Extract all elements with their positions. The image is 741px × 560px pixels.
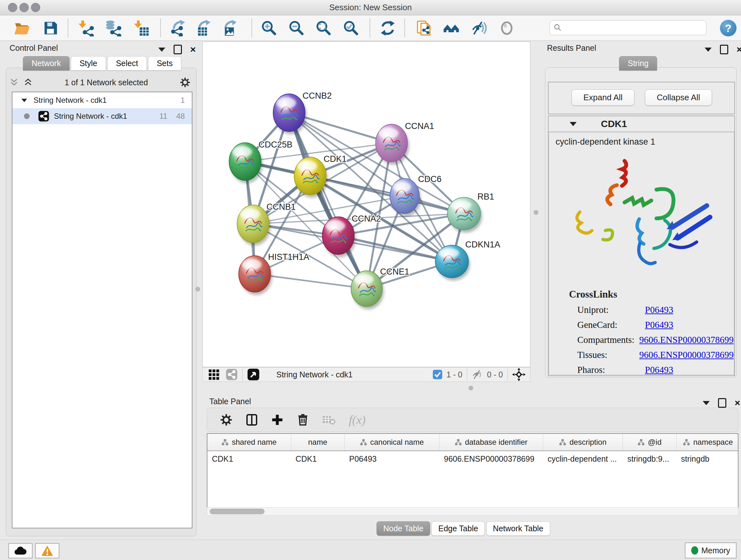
network-graph[interactable]: CCNB2CCNA1CDC25BCDK1CDC6RB1CCNB1CCNA2CDK…: [203, 42, 530, 367]
tab-sets[interactable]: Sets: [148, 56, 181, 71]
tab-select[interactable]: Select: [107, 56, 146, 71]
column-header-namespace[interactable]: namespace: [677, 434, 738, 450]
network-node-rb1[interactable]: RB1: [448, 192, 494, 233]
import-table-file-icon[interactable]: [133, 20, 149, 37]
crosslink-link[interactable]: P06493: [645, 365, 673, 375]
tab-network[interactable]: Network: [23, 56, 70, 71]
table-horizontal-scrollbar[interactable]: [207, 507, 738, 516]
network-view-share-icon[interactable]: [226, 368, 238, 381]
network-node-ccna2[interactable]: CCNA2: [322, 214, 381, 257]
crosslink-link[interactable]: 9606.ENSP00000378699: [639, 334, 734, 345]
table-row[interactable]: CDK1CDK1P064939606.ENSP00000378699cyclin…: [207, 451, 738, 466]
gear-icon[interactable]: [180, 77, 191, 88]
network-node-ccnb2[interactable]: CCNB2: [273, 91, 332, 134]
show-hide-graphics-icon[interactable]: [470, 20, 487, 37]
network-node-cdk1[interactable]: CDK1: [294, 154, 347, 198]
panel-maximize-icon[interactable]: [720, 45, 728, 54]
left-splitter-handle[interactable]: [195, 287, 200, 292]
memory-button[interactable]: Memory: [685, 543, 737, 558]
tab-style[interactable]: Style: [71, 56, 106, 71]
warnings-button[interactable]: [35, 543, 59, 558]
column-header-shared-name[interactable]: shared name: [207, 434, 291, 450]
panel-maximize-icon[interactable]: [174, 45, 182, 54]
scrollbar-thumb[interactable]: [210, 509, 265, 514]
import-network-file-icon[interactable]: [77, 20, 94, 37]
collapse-all-button[interactable]: Collapse All: [645, 89, 712, 106]
crosslink-link[interactable]: P06493: [645, 305, 673, 315]
refresh-icon[interactable]: [380, 20, 396, 37]
network-node-ccnb1[interactable]: CCNB1: [237, 202, 296, 246]
add-column-icon[interactable]: [271, 414, 284, 426]
tab-node-table[interactable]: Node Table: [377, 521, 430, 536]
section-expander-icon[interactable]: [569, 122, 577, 126]
toolbar-separator: [242, 369, 243, 380]
home-icon[interactable]: [443, 20, 460, 37]
panel-close-icon[interactable]: ×: [737, 46, 741, 53]
network-collection-row[interactable]: String Network - cdk1 1: [12, 92, 192, 108]
zoom-in-icon[interactable]: [261, 20, 277, 37]
show-columns-icon[interactable]: [246, 414, 258, 426]
column-header--id[interactable]: @id: [623, 434, 677, 450]
network-row[interactable]: String Network - cdk1 11 48: [12, 108, 192, 124]
table-cell[interactable]: P06493: [345, 454, 440, 463]
panel-float-icon[interactable]: [703, 401, 710, 405]
expand-all-icon[interactable]: [23, 78, 33, 87]
export-network-icon[interactable]: [171, 20, 187, 37]
node-table[interactable]: shared namenamecanonical namedatabase id…: [207, 433, 738, 515]
panel-close-icon[interactable]: ×: [735, 399, 740, 407]
crosslink-link[interactable]: 9606.ENSP00000378699: [639, 350, 734, 360]
open-file-icon[interactable]: [13, 20, 30, 37]
network-edge-count: 48: [176, 112, 185, 121]
network-canvas[interactable]: CCNB2CCNA1CDC25BCDK1CDC6RB1CCNB1CCNA2CDK…: [202, 42, 530, 367]
pan-crosshair-icon[interactable]: [512, 368, 526, 381]
column-header-description[interactable]: description: [543, 434, 623, 450]
tree-expander-icon[interactable]: [21, 99, 27, 102]
bottom-splitter-handle[interactable]: [468, 386, 473, 390]
eye-icon[interactable]: [498, 20, 515, 37]
column-header-database-identifier[interactable]: database identifier: [440, 434, 543, 450]
selected-checkbox-icon[interactable]: [432, 369, 443, 380]
network-node-cdc25b[interactable]: CDC25B: [229, 140, 293, 183]
tab-string[interactable]: String: [619, 56, 657, 71]
gene-section-header[interactable]: CDK1: [549, 116, 734, 132]
hidden-eye-icon[interactable]: [472, 369, 483, 380]
export-image-icon[interactable]: [222, 20, 239, 37]
help-icon[interactable]: ?: [720, 20, 737, 37]
table-cell[interactable]: cyclin-dependent ...: [543, 454, 623, 463]
string-document-icon[interactable]: [416, 20, 433, 37]
table-cell[interactable]: CDK1: [291, 454, 345, 463]
zoom-out-icon[interactable]: [288, 20, 305, 37]
column-header-name[interactable]: name: [291, 434, 345, 450]
cloud-button[interactable]: [8, 543, 32, 558]
collapse-all-icon[interactable]: [9, 78, 19, 87]
expand-all-button[interactable]: Expand All: [571, 89, 634, 106]
export-table-icon[interactable]: [196, 20, 212, 37]
column-header-canonical-name[interactable]: canonical name: [345, 434, 440, 450]
table-gear-icon[interactable]: [220, 414, 232, 426]
delete-column-icon[interactable]: [296, 414, 309, 426]
tab-edge-table[interactable]: Edge Table: [431, 521, 485, 536]
zoom-fit-icon[interactable]: [315, 20, 332, 37]
table-cell[interactable]: stringdb:9...: [623, 454, 677, 463]
network-node-ccne1[interactable]: CCNE1: [351, 267, 409, 309]
network-node-cdkn1a[interactable]: CDKN1A: [435, 240, 500, 281]
right-splitter-handle[interactable]: [534, 210, 538, 215]
tab-network-table[interactable]: Network Table: [486, 521, 550, 536]
table-cell[interactable]: 9606.ENSP00000378699: [440, 454, 543, 463]
network-node-hist1h1a[interactable]: HIST1H1A: [239, 252, 309, 295]
panel-float-icon[interactable]: [158, 48, 165, 52]
panel-maximize-icon[interactable]: [718, 398, 726, 408]
zoom-selected-icon[interactable]: [343, 20, 359, 37]
table-cell[interactable]: CDK1: [207, 454, 291, 463]
save-session-icon[interactable]: [42, 20, 59, 37]
table-cell[interactable]: stringdb: [677, 454, 738, 463]
grid-view-icon[interactable]: [208, 368, 220, 381]
crosslink-link[interactable]: P06493: [645, 320, 673, 330]
network-edge[interactable]: [289, 113, 367, 289]
search-input[interactable]: [549, 20, 706, 35]
network-node-ccna1[interactable]: CCNA1: [376, 121, 434, 165]
birdseye-view-icon[interactable]: [247, 368, 260, 381]
panel-close-icon[interactable]: ×: [190, 46, 196, 53]
panel-float-icon[interactable]: [704, 48, 712, 52]
import-network-database-icon[interactable]: [105, 20, 121, 37]
